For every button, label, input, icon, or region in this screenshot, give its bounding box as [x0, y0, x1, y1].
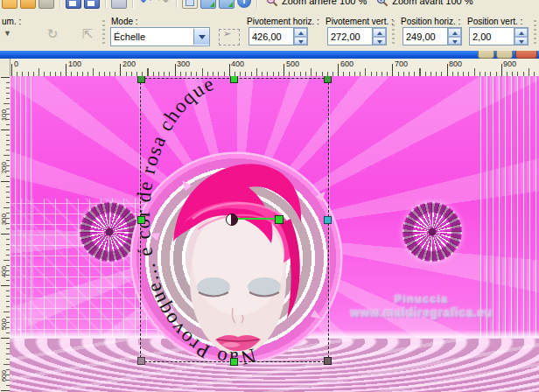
v-ruler-label: 600 — [0, 370, 8, 382]
save-button[interactable] — [66, 0, 81, 9]
spinner-up-icon[interactable] — [373, 28, 386, 37]
mode-value: Échelle — [111, 32, 193, 42]
selection-handle-bottom-middle[interactable] — [230, 358, 238, 366]
selection-handle-top-right[interactable] — [324, 76, 332, 83]
zoom-out-icon — [266, 0, 278, 7]
selection-handle-middle-right[interactable] — [324, 216, 332, 224]
tool-options-palette: um. : ▼ ↻ ⇱ Mode : Échelle Pivotement ho… — [0, 15, 539, 52]
app-window: ↶ ↷ i Zoom arrière 100 % — [0, 0, 539, 392]
horizontal-ruler: 0 100 200 300 400 500 600 700 800 900 — [0, 59, 539, 77]
standard-toolbar: ↶ ↷ i Zoom arrière 100 % — [0, 0, 539, 16]
spinner-up-icon[interactable] — [294, 28, 307, 37]
h-ruler-label: 900 — [503, 60, 516, 68]
image-information-button[interactable]: i — [237, 0, 251, 8]
spinner-down-icon[interactable] — [448, 37, 461, 46]
watermark-name: Pinuccia — [345, 292, 498, 305]
selection-handle-bottom-left[interactable] — [137, 357, 145, 365]
position-h-spinner[interactable] — [447, 28, 461, 45]
pivot-h-field[interactable]: 426,00 — [248, 27, 308, 46]
redo-icon[interactable]: ↷ — [156, 0, 171, 8]
image-window-titlebar[interactable] — [0, 51, 539, 59]
h-ruler-label: 500 — [286, 60, 299, 68]
pivot-v-field[interactable]: 272,00 — [327, 27, 387, 46]
toolbar-separator — [176, 0, 177, 8]
position-v-value: 2,00 — [470, 32, 514, 42]
spinner-up-icon[interactable] — [448, 28, 461, 37]
toolbar-separator — [60, 0, 60, 8]
image-canvas[interactable]: Não Provoque... é cor de rosa choque Pin… — [10, 76, 539, 392]
maximize-button[interactable] — [496, 51, 513, 59]
pivot-h-label: Pivotement horiz. : — [247, 17, 319, 26]
position-h-value: 249,00 — [403, 32, 447, 42]
toolbar-separator — [105, 0, 106, 8]
minimize-button[interactable] — [478, 51, 494, 59]
v-ruler-label: 500 — [0, 318, 8, 330]
presets-dropdown-button[interactable]: ▼ — [4, 29, 16, 41]
h-ruler-label: 800 — [449, 60, 462, 68]
ruler-corner — [0, 59, 10, 77]
pivot-center-handle[interactable] — [226, 214, 238, 226]
print-button[interactable] — [111, 0, 127, 9]
pivot-h-spinner[interactable] — [293, 28, 307, 45]
deform-box-icon — [219, 29, 240, 46]
watermark: Pinuccia www.maldiregrafica.eu — [345, 292, 498, 319]
pivot-h-value: 426,00 — [249, 32, 293, 42]
v-ruler-label: 300 — [0, 214, 8, 225]
position-v-label: Position vert. : — [467, 17, 522, 26]
position-v-spinner[interactable] — [514, 28, 528, 45]
palette-grip[interactable] — [534, 20, 536, 46]
v-ruler-label: 100 — [0, 109, 8, 121]
open-file-button[interactable] — [2, 0, 18, 9]
zoom-in-icon — [376, 0, 388, 7]
undo-icon[interactable]: ↶ — [138, 0, 153, 8]
spinner-up-icon[interactable] — [514, 28, 528, 37]
h-ruler-label: 200 — [122, 60, 136, 68]
h-ruler-label: 700 — [395, 60, 408, 68]
palette-grip[interactable] — [392, 20, 395, 46]
selection-handle-middle-left[interactable] — [137, 216, 145, 224]
pointer-tool-button[interactable]: ⇱ — [77, 24, 98, 45]
screen-capture-button[interactable] — [200, 0, 216, 9]
toolbar-separator — [132, 0, 133, 8]
rotation-handle[interactable] — [275, 215, 284, 224]
pivot-v-value: 272,00 — [328, 32, 372, 42]
browse-button[interactable] — [20, 0, 36, 9]
spinner-down-icon[interactable] — [294, 37, 307, 46]
zoom-in-label: Zoom avant 100 % — [392, 0, 472, 6]
v-ruler-label: 400 — [0, 266, 8, 277]
position-v-field[interactable]: 2,00 — [469, 27, 528, 46]
position-h-label: Position horiz. : — [401, 17, 460, 26]
capture-setup-button[interactable] — [219, 0, 234, 9]
spinner-down-icon[interactable] — [514, 37, 528, 46]
scanner-import-button[interactable] — [38, 0, 54, 9]
chevron-down-icon[interactable] — [193, 29, 209, 45]
h-ruler-label: 600 — [340, 60, 354, 68]
copy-button[interactable] — [182, 0, 198, 9]
palette-grip[interactable] — [102, 20, 105, 46]
h-ruler-label: 100 — [68, 60, 81, 68]
watermark-url: www.maldiregrafica.eu — [345, 305, 498, 319]
position-h-field[interactable]: 249,00 — [402, 27, 462, 46]
reset-deformation-button[interactable]: ↻ — [42, 24, 63, 45]
zoom-out-button[interactable]: Zoom arrière 100 % — [262, 0, 370, 8]
presets-label-fragment: um. : — [2, 17, 21, 26]
pivot-v-label: Pivotement vert. : — [326, 17, 394, 26]
h-ruler-label: 400 — [231, 60, 244, 68]
save-as-button[interactable] — [84, 0, 100, 9]
zoom-out-label: Zoom arrière 100 % — [282, 0, 367, 6]
h-ruler-label: 300 — [177, 60, 190, 68]
selection-handle-top-middle[interactable] — [230, 76, 238, 83]
spinner-down-icon[interactable] — [373, 37, 386, 46]
v-ruler-label: 200 — [0, 162, 8, 173]
rotation-arm — [236, 218, 276, 220]
close-button[interactable] — [515, 51, 537, 59]
zoom-in-button[interactable]: Zoom avant 100 % — [373, 0, 476, 8]
toolbar-separator — [256, 0, 257, 8]
ruler-ticks — [1, 77, 10, 392]
selection-handle-bottom-right[interactable] — [324, 357, 332, 365]
selection-handle-top-left[interactable] — [137, 76, 145, 83]
mode-label: Mode : — [111, 17, 138, 26]
mode-combobox[interactable]: Échelle — [110, 27, 210, 46]
pivot-v-spinner[interactable] — [372, 28, 386, 45]
h-ruler-label: 0 — [14, 60, 18, 68]
